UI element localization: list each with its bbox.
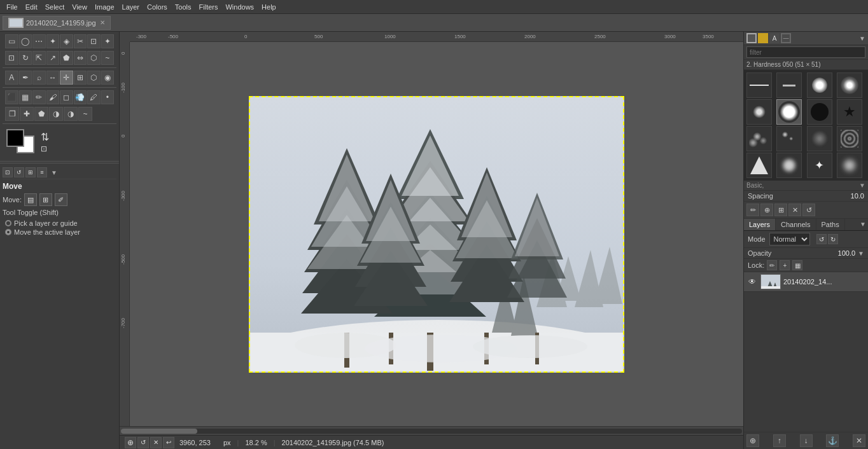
brush-cell-5[interactable] [746, 99, 772, 125]
menu-view[interactable]: View [68, 2, 91, 12]
tool-ellipse-select[interactable]: ◯ [19, 34, 32, 48]
tool-rect-select[interactable]: ▭ [5, 34, 18, 48]
move-opt-path[interactable]: ✐ [55, 193, 67, 206]
tool-move[interactable]: ✛ [60, 71, 73, 85]
layer-delete-button[interactable]: ✕ [853, 434, 865, 447]
brush-cell-7[interactable] [807, 99, 832, 125]
menu-select[interactable]: Select [41, 2, 69, 12]
layer-new-button[interactable]: ⊕ [746, 434, 759, 447]
panel-options-arrow[interactable]: ▼ [859, 35, 865, 42]
tool-airbrush[interactable]: 💨 [74, 90, 87, 104]
tool-crop[interactable]: ⊡ [5, 51, 18, 65]
canvas-scroll-area[interactable] [130, 42, 743, 426]
menu-windows[interactable]: Windows [221, 2, 258, 12]
tool-blur[interactable]: ◑ [49, 107, 63, 121]
brush-action-refresh[interactable]: ↺ [802, 204, 815, 216]
layer-row[interactable]: 👁 20140202_14... [744, 272, 868, 292]
tool-fuzzy2[interactable]: ⊡ [87, 34, 101, 48]
brush-cell-15[interactable]: ✦ [807, 153, 832, 178]
layer-raise-button[interactable]: ↑ [773, 434, 786, 447]
reset-colors-button[interactable]: ⊡ [41, 144, 49, 153]
tool-mypaint[interactable]: • [101, 90, 115, 104]
menu-help[interactable]: Help [258, 2, 280, 12]
brush-cell-10[interactable] [776, 126, 802, 151]
tool-extra2[interactable]: ◉ [101, 71, 115, 85]
tool-fuzzy-select[interactable]: ✦ [46, 34, 60, 48]
tool-options-icon3[interactable]: ⊞ [25, 167, 36, 177]
panel-icon-text[interactable]: A [769, 33, 780, 43]
mode-select[interactable]: Normal Multiply Screen [769, 233, 810, 245]
brush-cell-8[interactable]: ★ [837, 99, 862, 125]
lock-icon-pencil[interactable]: ✏ [767, 260, 777, 270]
tool-scale[interactable]: ⇱ [32, 51, 46, 65]
tool-paintbrush[interactable]: 🖌 [46, 90, 60, 104]
menu-tools[interactable]: Tools [171, 2, 195, 12]
tool-smudge[interactable]: ~ [78, 107, 92, 121]
layer-visibility-toggle[interactable]: 👁 [746, 276, 758, 287]
tool-shear[interactable]: ↗ [46, 51, 60, 65]
tool-warp[interactable]: ~ [101, 51, 115, 65]
tool-ink[interactable]: 🖊 [87, 90, 101, 104]
brush-cell-3[interactable] [807, 73, 832, 98]
tool-scissors[interactable]: ✂ [74, 34, 87, 48]
tool-perspective-clone[interactable]: ⬟ [34, 107, 48, 121]
tool-flip[interactable]: ⇔ [74, 51, 87, 65]
brush-cell-4[interactable] [837, 73, 862, 98]
radio-move-active[interactable]: Move the active layer [3, 228, 116, 237]
statusbar-btn-reset[interactable]: ↺ [137, 437, 149, 448]
tool-options-icon4[interactable]: ≡ [37, 167, 47, 177]
statusbar-btn-new[interactable]: ⊕ [125, 437, 136, 448]
tool-dodge-burn[interactable]: ◑ [64, 107, 78, 121]
tool-free-select[interactable]: ⋯ [32, 34, 46, 48]
brush-cell-6-selected[interactable] [776, 99, 802, 125]
tool-perspective[interactable]: ⬟ [60, 51, 73, 65]
move-opt-layer[interactable]: ▤ [24, 193, 37, 206]
fg-color-swatch[interactable] [6, 129, 24, 147]
mode-redo[interactable]: ↻ [828, 234, 838, 244]
brush-cell-12[interactable] [837, 126, 862, 151]
menu-image[interactable]: Image [91, 2, 118, 12]
brush-filter-input[interactable] [746, 46, 865, 58]
tool-select-color[interactable]: ◈ [60, 34, 73, 48]
statusbar-btn-undo[interactable]: ↩ [163, 437, 174, 448]
menu-filters[interactable]: Filters [195, 2, 222, 12]
menu-layer[interactable]: Layer [118, 2, 144, 12]
tab-paths[interactable]: Paths [816, 219, 845, 230]
brush-preset-arrow[interactable]: ▼ [859, 182, 865, 189]
brush-cell-14[interactable] [776, 153, 802, 178]
panel-icon-yellow[interactable] [758, 33, 768, 43]
menu-colors[interactable]: Colors [143, 2, 171, 12]
lock-icon-plus[interactable]: + [780, 260, 790, 270]
brush-cell-16[interactable] [837, 153, 862, 178]
layer-anchor-button[interactable]: ⚓ [826, 434, 839, 447]
brush-action-copy[interactable]: ⊞ [774, 204, 787, 216]
tool-picker[interactable]: ✒ [19, 71, 32, 85]
brush-cell-11[interactable] [807, 126, 832, 151]
radio-pick-layer[interactable]: Pick a layer or guide [3, 219, 116, 228]
tool-heal[interactable]: ✚ [20, 107, 34, 121]
tab-layers[interactable]: Layers [744, 219, 776, 230]
move-opt-sel[interactable]: ⊞ [39, 193, 52, 206]
layer-lower-button[interactable]: ↓ [800, 434, 813, 447]
tool-bucket[interactable]: ⬛ [5, 90, 18, 104]
mode-undo[interactable]: ↺ [816, 234, 827, 244]
hscroll-thumb[interactable] [121, 429, 197, 434]
menu-edit[interactable]: Edit [22, 2, 41, 12]
lock-icon-grid[interactable]: ▦ [792, 260, 802, 270]
tab-channels[interactable]: Channels [776, 219, 816, 230]
tool-blend[interactable]: ▦ [19, 90, 32, 104]
tool-measure[interactable]: ↔ [46, 71, 60, 85]
tool-eraser[interactable]: ◻ [60, 90, 73, 104]
brush-action-delete[interactable]: ✕ [788, 204, 801, 216]
tool-clone[interactable]: ❐ [5, 107, 19, 121]
tab-close-button[interactable]: ✕ [100, 19, 105, 26]
tool-magnify[interactable]: ⌕ [32, 71, 46, 85]
brush-cell-13[interactable] [746, 153, 772, 178]
opacity-arrow[interactable]: ▼ [858, 250, 864, 257]
tool-text[interactable]: A [5, 71, 18, 85]
tool-options-icon1[interactable]: ⊡ [3, 167, 13, 177]
tool-pencil[interactable]: ✏ [32, 90, 46, 104]
brush-cell-2[interactable] [776, 73, 802, 98]
brush-action-edit[interactable]: ✏ [746, 204, 759, 216]
tool-extra1[interactable]: ⬡ [87, 71, 101, 85]
